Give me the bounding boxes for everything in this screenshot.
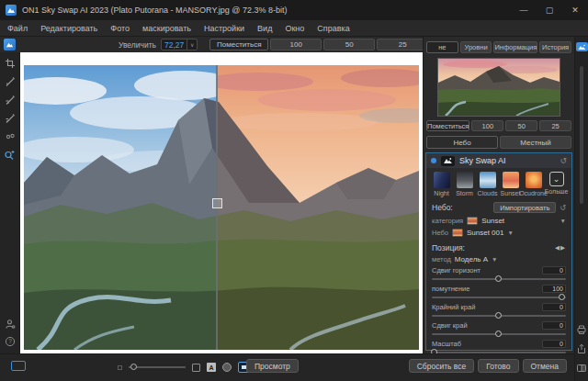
- category-value[interactable]: Sunset: [481, 217, 504, 225]
- print-icon[interactable]: [576, 324, 587, 335]
- sky-select[interactable]: Небо Sunset 001 ▼: [426, 227, 571, 239]
- cancel-button[interactable]: Отмена: [523, 359, 568, 373]
- navigator-thumbnail[interactable]: [437, 58, 560, 117]
- tab-levels[interactable]: Уровни: [460, 41, 492, 53]
- clouds-preset-icon[interactable]: [480, 172, 496, 188]
- menu-edit[interactable]: Редактировать: [40, 24, 97, 33]
- svg-text:?: ?: [8, 338, 12, 344]
- method-chevron-icon[interactable]: ▼: [492, 256, 497, 263]
- opacity-slider-knob[interactable]: [130, 364, 137, 370]
- zoom-input[interactable]: 72,27 ∨: [161, 39, 198, 50]
- mask-view-rect-icon[interactable]: [11, 361, 26, 371]
- flip-horizontal-icon[interactable]: ◀▶: [555, 244, 566, 252]
- slider-value[interactable]: 0: [542, 303, 566, 311]
- minimize-button[interactable]: —: [511, 0, 537, 20]
- mask-options-group: A: [118, 360, 249, 375]
- night-preset-icon[interactable]: [434, 172, 450, 188]
- zoom-100-button[interactable]: 100: [270, 39, 322, 50]
- paint-brush-tool-icon[interactable]: [3, 74, 17, 88]
- slider-track[interactable]: [432, 275, 566, 283]
- auto-mode-icon[interactable]: A: [207, 363, 216, 372]
- slider-knob[interactable]: [495, 331, 502, 337]
- masking-brush-tool-icon[interactable]: [3, 93, 17, 106]
- zoom-dropdown-icon[interactable]: ∨: [187, 39, 197, 50]
- slider-knob[interactable]: [495, 312, 502, 319]
- preset-ocudrone[interactable]: Ocudrone: [522, 172, 545, 196]
- menu-photo[interactable]: Фото: [110, 24, 130, 33]
- nav-zoom-25-button[interactable]: 25: [539, 120, 571, 131]
- window-controls: — ▢ ✕: [511, 0, 588, 20]
- slider-shift-edge: Сдвиг край 0: [426, 320, 571, 338]
- nav-fit-button[interactable]: Поместиться: [426, 120, 469, 131]
- menu-file[interactable]: Файл: [7, 24, 28, 33]
- clone-tool-icon[interactable]: [3, 129, 17, 143]
- divider-handle[interactable]: [212, 198, 222, 208]
- slider-value[interactable]: 0: [542, 321, 566, 330]
- mask-opacity-slider[interactable]: [129, 363, 186, 372]
- slider-track[interactable]: [432, 311, 566, 319]
- zoom-25-button[interactable]: 25: [377, 39, 428, 50]
- tab-navigator[interactable]: не: [426, 41, 458, 53]
- reset-all-button[interactable]: Сбросить все: [409, 359, 475, 373]
- mask-checkbox-icon[interactable]: [192, 364, 200, 372]
- more-presets-icon[interactable]: ⌄: [549, 172, 564, 186]
- maximize-button[interactable]: ▢: [537, 0, 562, 20]
- refine-brush-tool-icon[interactable]: [3, 111, 17, 125]
- mask-density-icon[interactable]: [222, 363, 232, 372]
- sky-select-value[interactable]: Sunset 001: [467, 229, 503, 237]
- zoom-value[interactable]: 72,27: [162, 40, 187, 50]
- nav-zoom-100-button[interactable]: 100: [471, 120, 503, 131]
- crop-tool-icon[interactable]: [3, 56, 17, 70]
- method-select[interactable]: метод Модель A ▼: [426, 254, 571, 264]
- ocudrone-preset-icon[interactable]: [526, 172, 542, 188]
- compare-view-icon[interactable]: [576, 363, 587, 374]
- help-icon[interactable]: ?: [3, 334, 17, 348]
- tab-sky[interactable]: Небо: [426, 136, 498, 149]
- tab-local[interactable]: Местный: [500, 136, 571, 149]
- account-icon[interactable]: [3, 317, 17, 331]
- sky-chevron-icon[interactable]: ▼: [507, 230, 513, 236]
- import-button[interactable]: Импортировать: [493, 202, 556, 213]
- fit-button[interactable]: Поместиться: [209, 39, 268, 50]
- nav-zoom-50-button[interactable]: 50: [505, 120, 537, 131]
- slider-label: Сдвиг горизонт: [432, 266, 481, 275]
- preview-button[interactable]: Просмотр: [246, 359, 299, 373]
- photos-panel-icon[interactable]: [576, 42, 588, 51]
- preset-night[interactable]: Night: [430, 172, 453, 196]
- panel-reset-icon[interactable]: ↺: [560, 156, 567, 165]
- ai-mask-tool-icon[interactable]: [3, 148, 17, 162]
- category-select[interactable]: категория Sunset ▼: [426, 215, 571, 227]
- tab-info[interactable]: Информация: [493, 41, 537, 53]
- close-button[interactable]: ✕: [562, 0, 588, 20]
- menu-mask[interactable]: маскировать: [142, 24, 191, 33]
- sunset-preset-icon[interactable]: [503, 172, 519, 188]
- export-icon[interactable]: [576, 343, 587, 354]
- preset-clouds[interactable]: Clouds: [476, 172, 499, 196]
- slider-knob[interactable]: [495, 275, 502, 282]
- slider-value[interactable]: 0: [542, 340, 566, 348]
- slider-value[interactable]: 100: [542, 285, 566, 293]
- panel-scrollbar[interactable]: [580, 66, 583, 204]
- preset-storm[interactable]: Storm: [453, 172, 476, 196]
- menu-help[interactable]: Справка: [317, 24, 349, 33]
- slider-track[interactable]: [432, 330, 566, 338]
- zoom-50-button[interactable]: 50: [323, 39, 375, 50]
- sky-panel-header[interactable]: Sky Swap AI ↺: [426, 153, 571, 168]
- preset-more[interactable]: ⌄ Больше: [545, 172, 568, 196]
- sky-reset-icon[interactable]: ↺: [560, 204, 566, 212]
- done-button[interactable]: Готово: [478, 359, 518, 373]
- slider-label: Крайний край: [432, 303, 475, 311]
- menu-bar: Файл Редактировать Фото маскировать Наст…: [0, 20, 588, 37]
- method-value[interactable]: Модель A: [455, 255, 488, 263]
- tab-history[interactable]: История: [539, 41, 571, 53]
- menu-settings[interactable]: Настройки: [204, 24, 244, 33]
- slider-value[interactable]: 0: [542, 266, 566, 275]
- menu-window[interactable]: Окно: [285, 24, 304, 33]
- category-chevron-icon[interactable]: ▼: [560, 218, 566, 224]
- menu-view[interactable]: Вид: [257, 24, 272, 33]
- slider-knob[interactable]: [559, 294, 565, 300]
- storm-preset-icon[interactable]: [457, 172, 473, 188]
- enabled-indicator-icon[interactable]: [431, 158, 436, 163]
- slider-track[interactable]: [432, 293, 566, 301]
- photo-preview[interactable]: [24, 65, 419, 350]
